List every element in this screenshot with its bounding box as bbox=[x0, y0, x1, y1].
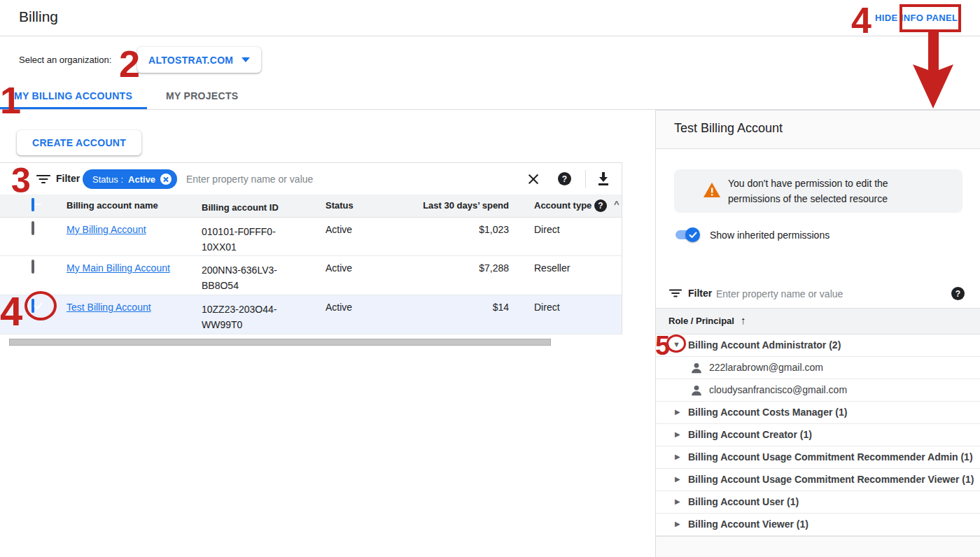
role-label: Billing Account User (1) bbox=[688, 496, 799, 507]
info-panel-header: Test Billing Account bbox=[656, 111, 980, 149]
panel-filter-bar: Filter ? bbox=[656, 279, 980, 309]
role-list: ▼ Billing Account Administrator (2) 222l… bbox=[656, 334, 980, 536]
main-content-right-border bbox=[622, 162, 622, 334]
table-filter-bar: Filter Status : Active ? bbox=[0, 162, 622, 195]
panel-filter-help-icon[interactable]: ? bbox=[951, 287, 965, 300]
role-label: Billing Account Costs Manager (1) bbox=[688, 407, 847, 418]
col-header-account-name[interactable]: Billing account name bbox=[66, 200, 158, 211]
download-icon[interactable] bbox=[596, 171, 610, 187]
collapse-triangle-icon[interactable]: ▼ bbox=[673, 341, 680, 348]
expand-triangle-icon[interactable]: ▶ bbox=[675, 519, 680, 529]
panel-filter-label: Filter bbox=[688, 288, 712, 299]
person-icon bbox=[690, 362, 703, 374]
col-header-spend[interactable]: Last 30 days’ spend bbox=[392, 200, 509, 211]
filter-chip-status-active[interactable]: Status : Active bbox=[83, 169, 177, 189]
create-account-button[interactable]: CREATE ACCOUNT bbox=[17, 130, 141, 155]
permission-warning-banner: You don't have permission to edit the pe… bbox=[674, 169, 962, 213]
filter-funnel-icon bbox=[36, 173, 50, 185]
horizontal-scrollbar[interactable] bbox=[9, 339, 551, 346]
filterbar-divider bbox=[585, 170, 586, 188]
sort-ascending-icon: ↑ bbox=[741, 314, 746, 326]
hide-info-panel-link[interactable]: HIDE INFO PANEL bbox=[875, 13, 958, 23]
page-title: Billing bbox=[19, 8, 58, 25]
account-id: 200NN3-636LV3-BB8O54 bbox=[202, 262, 277, 293]
org-selector-value: ALTOSTRAT.COM bbox=[148, 55, 233, 66]
tab-my-projects[interactable]: MY PROJECTS bbox=[166, 90, 238, 101]
org-selector-label: Select an organization: bbox=[19, 55, 111, 65]
annotation-arrow-down bbox=[909, 32, 958, 109]
role-row[interactable]: ▶ Billing Account Usage Commitment Recom… bbox=[656, 469, 980, 491]
member-row[interactable]: 222larabrown@gmail.com bbox=[656, 357, 980, 379]
tab-my-billing-accounts[interactable]: MY BILLING ACCOUNTS bbox=[14, 90, 132, 101]
toggle-check-icon bbox=[689, 232, 697, 239]
row-checkbox[interactable] bbox=[31, 221, 34, 235]
toggle-thumb bbox=[685, 227, 700, 242]
account-spend: $14 bbox=[392, 302, 509, 313]
col-header-status[interactable]: Status bbox=[326, 200, 354, 211]
member-row[interactable]: cloudysanfrancisco@gmail.com bbox=[656, 379, 980, 402]
expand-triangle-icon[interactable]: ▶ bbox=[675, 407, 680, 417]
role-label: Billing Account Usage Commitment Recomme… bbox=[688, 474, 974, 485]
info-panel: Test Billing Account You don't have perm… bbox=[655, 110, 980, 557]
account-status: Active bbox=[326, 302, 352, 313]
col-header-account-type[interactable]: Account type bbox=[534, 200, 592, 211]
inherited-permissions-row: Show inherited permissions bbox=[674, 227, 830, 242]
role-row-expanded[interactable]: ▼ Billing Account Administrator (2) bbox=[656, 334, 980, 357]
row-checkbox[interactable] bbox=[31, 260, 34, 274]
account-spend: $7,288 bbox=[392, 262, 509, 274]
account-id: 10ZZ23-203O44-WW99T0 bbox=[202, 302, 276, 332]
role-label: Billing Account Viewer (1) bbox=[688, 519, 808, 530]
account-id: 010101-F0FFF0-10XX01 bbox=[202, 224, 276, 255]
account-spend: $1,023 bbox=[392, 224, 509, 235]
row-checkbox-checked[interactable] bbox=[31, 299, 34, 313]
chip-remove-icon[interactable] bbox=[160, 174, 172, 185]
role-label: Billing Account Creator (1) bbox=[688, 429, 812, 440]
role-principal-header[interactable]: Role / Principal ↑ bbox=[656, 309, 980, 334]
account-type: Direct bbox=[534, 302, 560, 313]
role-row[interactable]: ▶ Billing Account Viewer (1) bbox=[656, 514, 980, 536]
billing-table-header: Billing account name Billing account ID … bbox=[0, 195, 622, 218]
account-type-help-icon[interactable]: ? bbox=[594, 199, 607, 212]
permission-warning-text: You don't have permission to edit the pe… bbox=[728, 176, 927, 206]
account-type: Reseller bbox=[534, 262, 570, 274]
table-row: My Billing Account 010101-F0FFF0-10XX01 … bbox=[0, 218, 622, 256]
info-panel-title: Test Billing Account bbox=[674, 121, 783, 136]
org-selector-dropdown[interactable]: ALTOSTRAT.COM bbox=[137, 47, 261, 73]
role-row[interactable]: ▶ Billing Account User (1) bbox=[656, 491, 980, 514]
role-row[interactable]: ▶ Billing Account Usage Commitment Recom… bbox=[656, 446, 980, 469]
account-status: Active bbox=[326, 262, 352, 274]
panel-filter-input[interactable] bbox=[716, 285, 891, 303]
filter-chip-value: Active bbox=[128, 174, 155, 185]
member-email: cloudysanfrancisco@gmail.com bbox=[709, 384, 847, 395]
role-row[interactable]: ▶ Billing Account Costs Manager (1) bbox=[656, 402, 980, 424]
account-link[interactable]: My Main Billing Account bbox=[66, 262, 170, 274]
account-link[interactable]: My Billing Account bbox=[66, 224, 146, 235]
col-header-account-id[interactable]: Billing account ID bbox=[202, 200, 279, 216]
filter-label: Filter bbox=[56, 173, 80, 184]
expand-triangle-icon[interactable]: ▶ bbox=[675, 497, 680, 507]
show-inherited-toggle[interactable] bbox=[674, 227, 700, 242]
billing-page: Billing HIDE INFO PANEL Select an organi… bbox=[0, 0, 980, 557]
table-row-selected: Test Billing Account 10ZZ23-203O44-WW99T… bbox=[0, 295, 622, 334]
dropdown-caret-icon bbox=[241, 57, 250, 62]
expand-triangle-icon[interactable]: ▶ bbox=[675, 452, 680, 462]
expand-triangle-icon[interactable]: ▶ bbox=[675, 430, 680, 439]
filter-help-icon[interactable]: ? bbox=[558, 172, 571, 185]
person-icon bbox=[690, 384, 703, 397]
account-type: Direct bbox=[534, 224, 560, 235]
clear-filter-icon[interactable] bbox=[526, 172, 540, 186]
member-email: 222larabrown@gmail.com bbox=[709, 362, 823, 373]
account-link[interactable]: Test Billing Account bbox=[66, 302, 151, 313]
partial-sort-caret-icon: ^ bbox=[614, 199, 620, 209]
role-row[interactable]: ▶ Billing Account Creator (1) bbox=[656, 424, 980, 446]
filter-funnel-icon bbox=[669, 288, 682, 299]
warning-icon bbox=[704, 183, 720, 197]
expand-triangle-icon[interactable]: ▶ bbox=[675, 474, 680, 484]
role-label: Billing Account Usage Commitment Recomme… bbox=[688, 451, 973, 463]
table-row: My Main Billing Account 200NN3-636LV3-BB… bbox=[0, 256, 622, 295]
select-all-checkbox[interactable] bbox=[31, 198, 34, 211]
top-app-bar: Billing HIDE INFO PANEL bbox=[0, 0, 980, 36]
filter-input[interactable] bbox=[186, 169, 480, 189]
role-principal-label: Role / Principal bbox=[668, 316, 734, 326]
panel-footer bbox=[656, 536, 980, 557]
